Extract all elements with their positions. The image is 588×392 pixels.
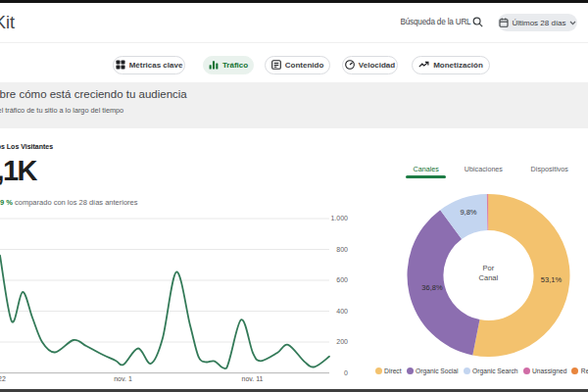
svg-text:Por: Por <box>483 264 495 272</box>
svg-text:1.000: 1.000 <box>330 215 348 221</box>
svg-text:200: 200 <box>336 338 348 345</box>
svg-text:nov. 1: nov. 1 <box>114 375 132 382</box>
svg-text:800: 800 <box>336 246 348 253</box>
svg-text:36,8%: 36,8% <box>421 283 443 292</box>
svg-text:nov. 11: nov. 11 <box>242 375 264 382</box>
svg-text:Canal: Canal <box>479 273 499 282</box>
svg-text:22: 22 <box>0 375 6 382</box>
svg-text:0: 0 <box>344 369 348 376</box>
svg-text:600: 600 <box>336 276 348 283</box>
svg-text:9,8%: 9,8% <box>460 208 476 217</box>
svg-text:53,1%: 53,1% <box>541 275 563 284</box>
svg-text:400: 400 <box>336 308 348 315</box>
